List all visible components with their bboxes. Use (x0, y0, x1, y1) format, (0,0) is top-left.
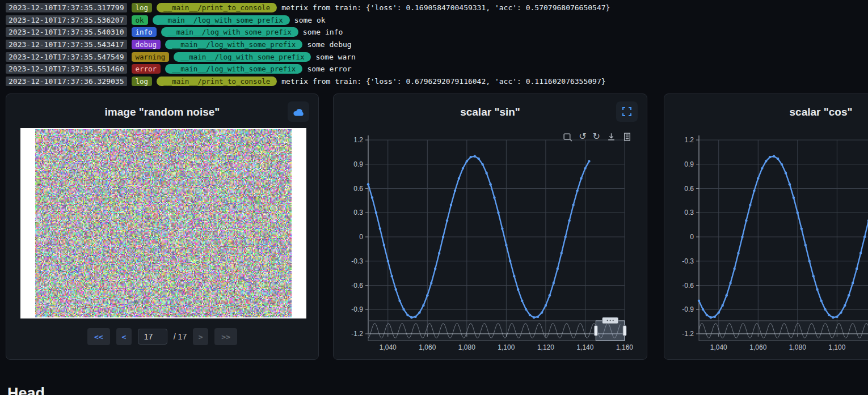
log-level-badge: log (132, 77, 153, 86)
refresh-icon[interactable]: ↻ (593, 131, 600, 142)
y-tick-label: 0.9 (684, 160, 694, 168)
random-noise-image (35, 129, 292, 317)
y-tick-label: 0.9 (353, 160, 363, 168)
log-source-badge: __main__/log_with_some_prefix (153, 15, 290, 25)
log-message: some error (307, 65, 351, 73)
image-pagination: << < / 17 > >> (6, 328, 318, 345)
image-frame (20, 128, 306, 318)
log-row: 2023-12-10T17:37:35.317799log__main__/pr… (0, 2, 868, 14)
dashboard-page: 2023-12-10T17:37:35.317799log__main__/pr… (0, 0, 868, 395)
x-tick-label: 1,060 (749, 343, 766, 351)
log-source-badge: __main__/log_with_some_prefix (161, 27, 298, 37)
fullscreen-button[interactable] (616, 101, 638, 122)
log-row: 2023-12-10T17:37:35.543417debug__main__/… (0, 39, 868, 51)
y-tick-label: 0 (359, 233, 363, 241)
log-timestamp: 2023-12-10T17:37:35.543417 (6, 40, 127, 49)
log-message: some warn (315, 53, 355, 61)
y-tick-label: -1.2 (351, 330, 363, 338)
log-message: some debug (307, 40, 351, 49)
cloud-sync-button[interactable] (288, 101, 309, 122)
log-timestamp: 2023-12-10T17:37:35.536207 (6, 15, 127, 25)
cos-chart-card: scalar "cos" ↺ ↻ 1,0401,0601,0801,1001,1… (664, 94, 868, 360)
log-timestamp: 2023-12-10T17:37:36.329035 (6, 77, 127, 86)
first-page-button[interactable]: << (87, 328, 110, 345)
log-source-badge: __main__/log_with_some_prefix (174, 52, 311, 62)
y-tick-label: 0 (690, 233, 694, 241)
log-console: 2023-12-10T17:37:35.317799log__main__/pr… (0, 2, 868, 87)
sin-card-title: scalar "sin" (334, 94, 647, 118)
box-zoom-icon[interactable] (563, 132, 572, 142)
y-tick-label: -0.6 (682, 282, 694, 290)
last-page-button[interactable]: >> (214, 328, 237, 345)
y-tick-label: 0.3 (353, 209, 363, 216)
y-tick-label: 1.2 (684, 136, 694, 144)
x-tick-label: 1,040 (380, 343, 397, 351)
log-level-badge: ok (132, 15, 148, 25)
download-icon[interactable] (606, 132, 616, 142)
x-tick-label: 1,160 (616, 343, 633, 351)
log-source-badge: __main__/print_to_console (157, 3, 277, 12)
data-view-icon[interactable] (622, 132, 632, 142)
log-level-badge: log (132, 3, 153, 12)
page-number-input[interactable] (138, 329, 167, 345)
next-page-button[interactable]: > (193, 328, 208, 345)
y-tick-label: -0.9 (351, 305, 363, 313)
x-tick-label: 1,040 (710, 343, 727, 351)
log-source-badge: __main__/log_with_some_prefix (165, 64, 302, 74)
sin-chart-card: scalar "sin" ↺ ↻ 1,0401,0601,0801,1001,1… (333, 94, 647, 360)
y-tick-label: -1.2 (682, 330, 694, 338)
log-level-badge: error (132, 64, 161, 74)
log-row: 2023-12-10T17:37:36.329035log__main__/pr… (0, 75, 868, 88)
log-source-badge: __main__/print_to_console (157, 77, 277, 86)
log-row: 2023-12-10T17:37:35.536207ok__main__/log… (0, 14, 868, 27)
y-tick-label: -0.6 (351, 282, 363, 290)
x-tick-label: 1,100 (828, 343, 845, 351)
log-timestamp: 2023-12-10T17:37:35.540310 (6, 27, 127, 37)
log-level-badge: debug (132, 40, 161, 49)
x-tick-label: 1,080 (789, 343, 806, 351)
slider-right-handle[interactable] (623, 326, 626, 336)
x-tick-label: 1,140 (576, 343, 593, 351)
zoom-reset-icon[interactable]: ↺ (579, 131, 586, 142)
x-tick-label: 1,120 (537, 343, 554, 351)
log-level-badge: warning (132, 52, 170, 62)
y-tick-label: 0.6 (684, 185, 694, 193)
x-tick-label: 1,060 (419, 343, 436, 351)
slider-left-handle[interactable] (594, 326, 597, 336)
log-message: metrix from train: {'loss': 0.1690584700… (281, 3, 610, 12)
y-tick-label: -0.9 (682, 305, 694, 313)
image-card: image "random noise" << < / 17 > >> (6, 94, 319, 360)
log-level-badge: info (132, 27, 157, 37)
log-timestamp: 2023-12-10T17:37:35.317799 (6, 3, 127, 12)
log-message: metrix from train: {'loss': 0.6796292079… (281, 77, 605, 86)
log-timestamp: 2023-12-10T17:37:35.547549 (6, 52, 127, 62)
log-row: 2023-12-10T17:37:35.551460error__main__/… (0, 63, 868, 75)
log-timestamp: 2023-12-10T17:37:35.551460 (6, 64, 127, 74)
y-tick-label: -0.3 (351, 257, 363, 265)
sin-chart-plot[interactable]: 1,0401,0601,0801,1001,1201,1401,1601.20.… (334, 128, 648, 355)
y-tick-label: 0.6 (353, 185, 363, 193)
y-tick-label: -0.3 (682, 257, 694, 265)
y-tick-label: 1.2 (353, 136, 363, 144)
x-tick-label: 1,100 (498, 343, 515, 351)
cos-chart-plot[interactable]: 1,0401,0601,0801,1001,1201,1401,1601.20.… (664, 128, 868, 355)
log-message: some ok (294, 16, 326, 24)
y-tick-label: 0.3 (684, 209, 694, 216)
log-row: 2023-12-10T17:37:35.547549warning__main_… (0, 50, 868, 63)
log-source-badge: __main__/log_with_some_prefix (165, 40, 302, 49)
section-heading: Head (7, 385, 45, 395)
expand-icon (622, 107, 632, 117)
chart-toolbox: ↺ ↻ (563, 131, 632, 142)
x-tick-label: 1,080 (458, 343, 475, 351)
image-card-title: image "random noise" (6, 94, 318, 118)
cloud-icon (292, 107, 305, 117)
cos-card-title: scalar "cos" (664, 94, 868, 118)
prev-page-button[interactable]: < (116, 328, 132, 345)
page-total-label: / 17 (174, 332, 187, 341)
log-row: 2023-12-10T17:37:35.540310info__main__/l… (0, 26, 868, 39)
log-message: some info (303, 28, 343, 36)
